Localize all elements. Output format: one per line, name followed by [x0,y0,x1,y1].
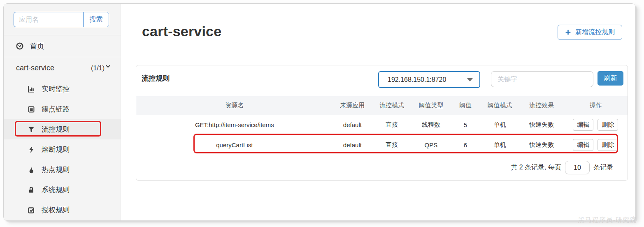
sidebar-item-label: 系统规则 [42,185,70,195]
cell-effect: 快速失败 [519,115,563,135]
funnel-filter-icon [28,126,35,133]
dashboard-gauge-icon [16,42,23,50]
sidebar-home-label: 首页 [30,41,44,51]
delete-button[interactable]: 删除 [598,139,618,151]
col-header-mode: 流控模式 [372,96,412,115]
flame-icon [28,166,35,174]
col-header-source: 来源应用 [333,96,372,115]
pagination-prefix: 共 2 条记录, 每页 [511,163,561,172]
sidebar-search-area: 搜索 [4,4,121,35]
cell-threshold-mode: 单机 [480,115,520,135]
delete-button[interactable]: 删除 [598,119,618,131]
sidebar-item-flow-rules[interactable]: 流控规则 [4,119,121,139]
flow-rules-table: 资源名 来源应用 流控模式 阈值类型 阈值 阈值模式 流控效果 操作 GET:h… [136,96,628,155]
page-size-input[interactable] [565,161,590,174]
app-window: 搜索 首页 cart-service (1/1) 实时监控 [3,3,636,221]
app-search-group: 搜索 [14,12,109,27]
sidebar-item-home[interactable]: 首页 [4,35,121,57]
cell-mode: 直接 [372,115,412,135]
sidebar-item-degrade-rules[interactable]: 熔断规则 [4,139,121,160]
cell-source: default [333,135,372,155]
flow-rules-panel: 流控规则 192.168.150.1:8720 刷新 资源名 来源应用 流控模式… [136,65,628,181]
table-row: GET:http://item-service/items default 直接… [136,115,628,135]
bar-chart-icon [28,86,35,93]
sidebar-item-label: 热点规则 [42,165,70,174]
app-search-button[interactable]: 搜索 [83,12,109,27]
cell-threshold-mode: 单机 [480,135,520,155]
col-header-actions: 操作 [564,96,628,115]
sidebar-item-label: 授权规则 [42,205,70,215]
machine-select-dropdown[interactable]: 192.168.150.1:8720 [378,71,480,88]
col-header-threshold-type: 阈值类型 [412,96,451,115]
cell-actions: 编辑 删除 [564,135,628,155]
col-header-resource: 资源名 [136,96,333,115]
cell-threshold: 5 [451,115,480,135]
cell-threshold: 6 [451,135,480,155]
check-square-icon [28,206,35,214]
sidebar-item-label: 熔断规则 [42,145,70,154]
refresh-button[interactable]: 刷新 [598,71,623,86]
cell-effect: 快速失败 [519,135,563,155]
chevron-down-icon [105,65,111,68]
add-flow-rule-button[interactable]: 新增流控规则 [558,25,622,40]
sidebar-item-label: 簇点链路 [42,104,70,114]
sidebar-item-cluster-links[interactable]: 簇点链路 [4,99,121,119]
plus-icon [565,29,571,35]
cell-resource: queryCartList [136,135,333,155]
lock-icon [28,186,35,194]
main-content: cart-service 新增流控规则 流控规则 192.168.150.1:8… [121,4,635,220]
document-list-icon [28,106,35,113]
sidebar-item-realtime-monitor[interactable]: 实时监控 [4,79,121,99]
sidebar-item-label: 实时监控 [42,84,70,94]
cell-mode: 直接 [372,135,412,155]
sidebar-item-label: 流控规则 [42,125,70,134]
table-header-row: 资源名 来源应用 流控模式 阈值类型 阈值 阈值模式 流控效果 操作 [136,96,628,115]
pagination: 共 2 条记录, 每页 条记录 [511,155,613,180]
caret-down-icon [467,78,473,81]
sidebar-item-system-rules[interactable]: 系统规则 [4,180,121,200]
panel-footer: 共 2 条记录, 每页 条记录 [136,155,628,180]
lightning-bolt-icon [28,146,35,153]
edit-button[interactable]: 编辑 [573,139,593,151]
app-search-input[interactable] [14,12,83,27]
panel-header: 流控规则 192.168.150.1:8720 刷新 [136,65,628,96]
edit-button[interactable]: 编辑 [573,119,593,131]
keyword-search-input[interactable] [491,71,593,87]
col-header-threshold-mode: 阈值模式 [480,96,520,115]
cell-threshold-type: QPS [412,135,451,155]
title-divider [136,54,630,54]
table-row: queryCartList default 直接 QPS 6 单机 快速失败 编… [136,135,628,155]
col-header-threshold: 阈值 [451,96,480,115]
sidebar-app-count: (1/1) [91,65,105,72]
cell-actions: 编辑 删除 [564,115,628,135]
watermark-text: 黑马程序员-研究院 [578,216,637,225]
sidebar: 搜索 首页 cart-service (1/1) 实时监控 [4,4,121,220]
page-title: cart-service [142,23,221,39]
cell-threshold-type: 线程数 [412,115,451,135]
sidebar-app-cart-service[interactable]: cart-service (1/1) [4,57,121,79]
panel-title: 流控规则 [142,74,170,83]
sidebar-item-hotspot-rules[interactable]: 热点规则 [4,160,121,180]
cell-resource: GET:http://item-service/items [136,115,333,135]
machine-select-value: 192.168.150.1:8720 [388,76,446,83]
sidebar-app-name: cart-service [16,64,54,72]
cell-source: default [333,115,372,135]
col-header-effect: 流控效果 [519,96,563,115]
add-flow-rule-label: 新增流控规则 [575,28,615,37]
pagination-suffix: 条记录 [593,163,613,172]
sidebar-item-authority-rules[interactable]: 授权规则 [4,200,121,220]
